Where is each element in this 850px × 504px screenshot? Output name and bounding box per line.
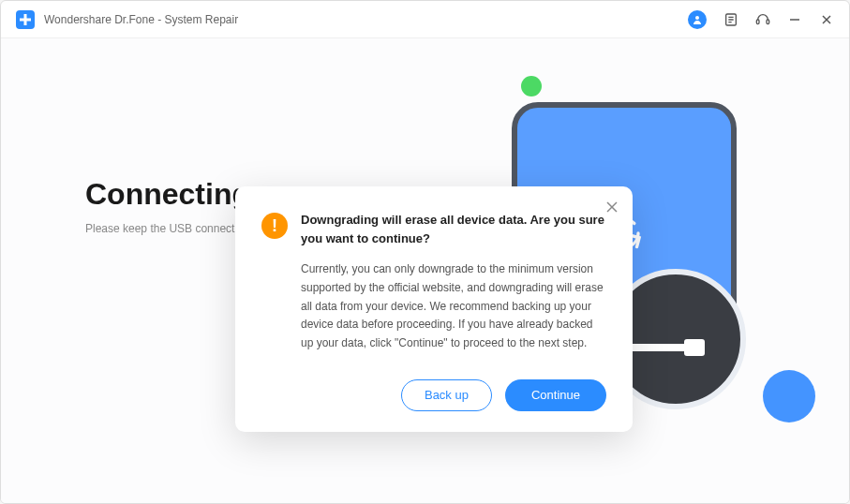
account-icon[interactable] [688,10,707,29]
svg-rect-8 [767,20,769,24]
dialog-title: Downgrading will erase all device data. … [301,211,606,247]
continue-button[interactable]: Continue [505,379,606,411]
support-icon[interactable] [755,12,770,27]
svg-rect-7 [756,20,759,24]
decor-green-dot [521,76,542,96]
confirm-dialog: ! Downgrading will erase all device data… [235,186,633,432]
dialog-close-button[interactable] [606,200,619,213]
content-area: Connecting... Please keep the USB connec… [1,38,849,503]
svg-rect-1 [20,18,31,21]
dialog-actions: Back up Continue [261,379,606,411]
warning-icon: ! [261,213,288,239]
page-subtitle: Please keep the USB connection [85,222,249,235]
minimize-button[interactable] [787,12,802,27]
backup-button[interactable]: Back up [401,379,492,411]
dialog-body: Currently, you can only downgrade to the… [301,260,606,353]
close-window-button[interactable] [819,12,834,27]
app-logo-icon [16,10,35,29]
titlebar-actions [688,10,834,29]
window-title: Wondershare Dr.Fone - System Repair [44,13,238,26]
decor-blue-dot [763,370,815,422]
svg-point-2 [695,16,699,20]
feedback-icon[interactable] [723,12,738,27]
titlebar: Wondershare Dr.Fone - System Repair [1,1,849,38]
app-window: Wondershare Dr.Fone - System Repair Conn… [0,0,850,504]
